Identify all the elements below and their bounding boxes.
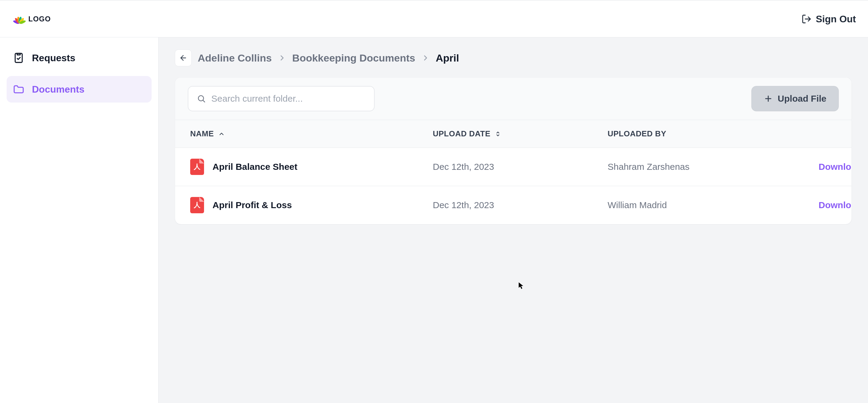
- sidebar-item-documents[interactable]: Documents: [7, 76, 152, 103]
- breadcrumb: Adeline Collins Bookkeeping Documents Ap…: [175, 50, 852, 66]
- breadcrumb-item[interactable]: Bookkeeping Documents: [292, 52, 415, 64]
- column-header-action: [818, 129, 836, 139]
- cell-upload-date: Dec 12th, 2023: [433, 200, 608, 210]
- column-header-upload-date[interactable]: UPLOAD DATE: [433, 129, 608, 139]
- column-header-label: UPLOADED BY: [608, 129, 666, 138]
- folder-icon: [13, 83, 25, 95]
- documents-panel: Upload File NAME UPLOAD DATE UPLOADED BY: [175, 77, 852, 224]
- breadcrumb-item[interactable]: Adeline Collins: [198, 52, 272, 64]
- pdf-file-icon: 人: [190, 159, 204, 175]
- sign-out-button[interactable]: Sign Out: [801, 13, 856, 25]
- cell-uploaded-by: William Madrid: [608, 200, 818, 210]
- search-input[interactable]: [211, 93, 366, 104]
- file-name: April Balance Sheet: [213, 162, 298, 172]
- cell-upload-date: Dec 12th, 2023: [433, 162, 608, 172]
- clipboard-check-icon: [13, 52, 25, 64]
- app-shell: Requests Documents Adeline Collins Bookk…: [0, 37, 868, 403]
- cell-name: 人 April Balance Sheet: [190, 159, 433, 175]
- logo-text: LOGO: [28, 15, 51, 23]
- breadcrumb-back-button[interactable]: [175, 50, 192, 66]
- chevron-up-icon: [218, 131, 225, 137]
- chevron-right-icon: [278, 54, 286, 62]
- column-header-name[interactable]: NAME: [190, 129, 433, 139]
- breadcrumb-item-current: April: [436, 52, 459, 64]
- app-logo[interactable]: LOGO: [12, 13, 51, 25]
- column-header-uploaded-by[interactable]: UPLOADED BY: [608, 129, 818, 139]
- sidebar-item-label: Requests: [32, 53, 75, 64]
- file-name: April Profit & Loss: [213, 200, 292, 210]
- logo-mark-icon: [12, 13, 27, 25]
- table-row[interactable]: 人 April Balance Sheet Dec 12th, 2023 Sha…: [175, 148, 851, 186]
- sidebar-item-label: Documents: [32, 84, 84, 95]
- panel-toolbar: Upload File: [175, 78, 851, 120]
- search-icon: [197, 94, 206, 103]
- svg-point-3: [198, 96, 204, 101]
- upload-file-label: Upload File: [778, 93, 827, 104]
- svg-line-4: [203, 100, 205, 102]
- column-header-label: UPLOAD DATE: [433, 129, 490, 139]
- cell-uploaded-by: Shahram Zarshenas: [608, 162, 818, 172]
- upload-file-button[interactable]: Upload File: [751, 86, 839, 111]
- sidebar-item-requests[interactable]: Requests: [7, 45, 152, 71]
- main-content: Adeline Collins Bookkeeping Documents Ap…: [158, 37, 868, 403]
- cell-name: 人 April Profit & Loss: [190, 197, 433, 213]
- chevron-right-icon: [421, 54, 430, 62]
- column-header-label: NAME: [190, 129, 214, 139]
- sort-icon: [495, 131, 501, 137]
- plus-icon: [764, 94, 773, 103]
- sign-out-icon: [801, 14, 812, 24]
- arrow-left-icon: [179, 54, 187, 62]
- download-link[interactable]: Download: [818, 162, 852, 172]
- search-input-wrapper[interactable]: [188, 86, 375, 111]
- pdf-file-icon: 人: [190, 197, 204, 213]
- sign-out-label: Sign Out: [816, 13, 856, 25]
- sidebar: Requests Documents: [0, 37, 158, 403]
- table-row[interactable]: 人 April Profit & Loss Dec 12th, 2023 Wil…: [175, 186, 851, 224]
- table-header: NAME UPLOAD DATE UPLOADED BY: [175, 120, 851, 148]
- download-link[interactable]: Download: [818, 200, 852, 210]
- topbar: LOGO Sign Out: [0, 0, 868, 37]
